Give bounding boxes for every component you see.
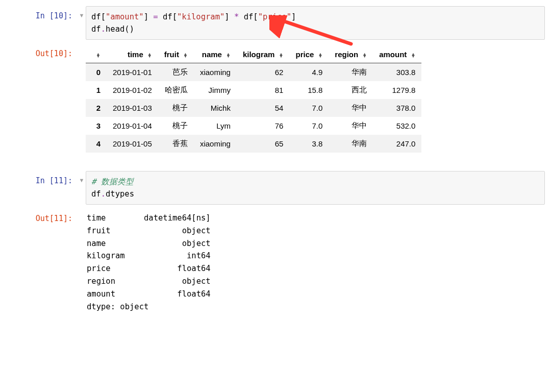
sort-icon[interactable]: ▲▼: [145, 53, 152, 58]
sort-icon[interactable]: ▲▼: [315, 53, 322, 58]
table-cell: 哈密瓜: [158, 81, 194, 99]
code-cell-10-output: Out[10]: ▲▼time▲▼fruit▲▼name▲▼kilogram▲▼…: [6, 44, 545, 153]
table-header[interactable]: kilogram▲▼: [237, 46, 290, 63]
code-input-area[interactable]: # 数据类型 df.dtypes: [86, 171, 545, 205]
sort-icon[interactable]: ▲▼: [93, 53, 101, 58]
code-cell-11-output: Out[11]: time datetime64[ns] fruit objec…: [6, 209, 545, 313]
chevron-down-icon: ▼: [79, 177, 85, 183]
table-header[interactable]: region▲▼: [329, 46, 373, 63]
table-header[interactable]: ▲▼: [86, 46, 107, 63]
sort-icon[interactable]: ▲▼: [181, 53, 188, 58]
table-cell: 4.9: [289, 63, 329, 82]
table-header-label: time: [128, 50, 143, 59]
table-cell: Jimmy: [194, 81, 237, 99]
code-cell-11-input: In [11]: ▼ # 数据类型 df.dtypes: [6, 171, 545, 205]
cell-collapse-toggle[interactable]: ▼: [78, 171, 86, 183]
table-row: 42019-01-05香蕉xiaoming653.8华南247.0: [86, 135, 421, 153]
table-cell: 香蕉: [158, 135, 194, 153]
text-output: time datetime64[ns] fruit object name ob…: [86, 209, 545, 313]
table-cell: 76: [237, 117, 290, 135]
table-cell: 54: [237, 99, 290, 117]
table-cell: Michk: [194, 99, 237, 117]
code-token-comment: # 数据类型: [91, 177, 134, 186]
table-cell: 65: [237, 135, 290, 153]
output-spacer: [78, 209, 86, 215]
table-cell: 2019-01-03: [107, 99, 158, 117]
table-cell: 芭乐: [158, 63, 194, 82]
table-row: 12019-01-02哈密瓜Jimmy8115.8西北1279.8: [86, 81, 421, 99]
table-header-label: region: [335, 50, 358, 59]
table-header-label: price: [295, 50, 314, 59]
table-cell: 81: [237, 81, 290, 99]
row-index: 4: [86, 135, 107, 153]
table-header[interactable]: amount▲▼: [373, 46, 421, 63]
table-cell: 华南: [329, 63, 373, 82]
output-spacer: [78, 44, 86, 50]
table-cell: 7.0: [289, 117, 329, 135]
code-token-str: "amount": [106, 12, 144, 21]
code-token-op: .: [101, 189, 106, 199]
table-header[interactable]: name▲▼: [194, 46, 237, 63]
code-token-op: =: [153, 12, 158, 21]
sort-icon[interactable]: ▲▼: [360, 53, 367, 58]
table-cell: 15.8: [289, 81, 329, 99]
table-header-label: kilogram: [243, 50, 275, 59]
row-index: 0: [86, 63, 107, 82]
table-cell: 303.8: [373, 63, 421, 82]
table-cell: 62: [237, 63, 290, 82]
table-cell: 532.0: [373, 117, 421, 135]
table-cell: 1279.8: [373, 81, 421, 99]
code-token-str: "kilogram": [177, 12, 224, 21]
table-cell: 桃子: [158, 117, 194, 135]
table-row: 22019-01-03桃子Michk547.0华中378.0: [86, 99, 421, 117]
code-token-op: *: [234, 12, 239, 21]
dataframe-output-table: ▲▼time▲▼fruit▲▼name▲▼kilogram▲▼price▲▼re…: [86, 46, 421, 153]
code-token-name: head: [106, 24, 124, 34]
table-header[interactable]: price▲▼: [289, 46, 329, 63]
sort-icon[interactable]: ▲▼: [276, 53, 283, 58]
table-cell: 7.0: [289, 99, 329, 117]
table-cell: 2019-01-05: [107, 135, 158, 153]
sort-icon[interactable]: ▲▼: [408, 53, 415, 58]
code-token-name: df: [91, 12, 101, 21]
table-row: 02019-01-01芭乐xiaoming624.9华南303.8: [86, 63, 421, 82]
table-cell: 2019-01-04: [107, 117, 158, 135]
chevron-down-icon: ▼: [79, 12, 85, 18]
table-header[interactable]: fruit▲▼: [158, 46, 194, 63]
out-prompt: Out[10]:: [6, 44, 78, 58]
table-cell: 247.0: [373, 135, 421, 153]
row-index: 1: [86, 81, 107, 99]
code-token-name: dtypes: [106, 189, 134, 199]
table-header[interactable]: time▲▼: [107, 46, 158, 63]
row-index: 3: [86, 117, 107, 135]
table-cell: Lym: [194, 117, 237, 135]
out-prompt: Out[11]:: [6, 209, 78, 223]
table-header-label: name: [202, 50, 222, 59]
in-prompt: In [11]:: [6, 171, 78, 185]
table-row: 32019-01-04桃子Lym767.0华中532.0: [86, 117, 421, 135]
table-header-label: fruit: [164, 50, 179, 59]
table-cell: 3.8: [289, 135, 329, 153]
code-token-str: "price": [258, 12, 291, 21]
table-cell: 2019-01-01: [107, 63, 158, 82]
table-cell: 华中: [329, 117, 373, 135]
table-cell: 华中: [329, 99, 373, 117]
table-cell: 2019-01-02: [107, 81, 158, 99]
code-cell-10-input: In [10]: ▼ df["amount"] = df["kilogram"]…: [6, 6, 545, 40]
code-token-name: df: [91, 189, 101, 199]
in-prompt: In [10]:: [6, 6, 78, 20]
table-cell: 西北: [329, 81, 373, 99]
sort-icon[interactable]: ▲▼: [223, 53, 231, 58]
table-cell: 桃子: [158, 99, 194, 117]
table-cell: xiaoming: [194, 135, 237, 153]
table-cell: xiaoming: [194, 63, 237, 82]
code-input-area[interactable]: df["amount"] = df["kilogram"] * df["pric…: [86, 6, 545, 40]
table-cell: 378.0: [373, 99, 421, 117]
table-header-label: amount: [379, 50, 407, 59]
cell-collapse-toggle[interactable]: ▼: [78, 6, 86, 18]
code-token-op: .: [101, 24, 106, 34]
code-token-name: df: [91, 24, 101, 34]
row-index: 2: [86, 99, 107, 117]
table-cell: 华南: [329, 135, 373, 153]
